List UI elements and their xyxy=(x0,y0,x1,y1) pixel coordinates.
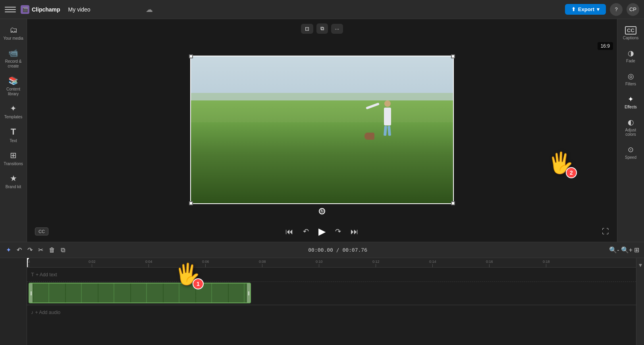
filters-label: Filters xyxy=(625,82,636,86)
speed-label: Speed xyxy=(625,155,636,160)
ruler-tick-008: 0:08 xyxy=(259,260,266,267)
sidebar-item-your-media[interactable]: 🗂 Your media xyxy=(2,22,25,44)
brand-kit-icon: ★ xyxy=(10,173,17,183)
export-icon: ⬆ xyxy=(571,6,576,12)
text-icon: T xyxy=(11,127,16,137)
sidebar-label-brand-kit: Brand kit xyxy=(6,185,21,189)
ruler-tick-006: 0:06 xyxy=(202,260,209,267)
logo-icon: 🎬 xyxy=(21,5,29,14)
sidebar-item-text[interactable]: T Text xyxy=(2,123,25,146)
redo-button[interactable]: ↷ xyxy=(26,245,34,255)
add-text-label: + Add text xyxy=(36,272,57,278)
captions-icon: CC xyxy=(625,26,636,35)
resize-handle-tl[interactable] xyxy=(189,54,193,58)
ruler-tick-004: 0:04 xyxy=(145,260,152,267)
play-button[interactable]: ▶ xyxy=(317,224,327,239)
clip-handle-right[interactable]: ‖ xyxy=(247,283,250,303)
app-name: Clipchamp xyxy=(32,6,60,13)
your-media-icon: 🗂 xyxy=(10,25,17,35)
ruler-tick-016: 0:16 xyxy=(486,260,493,267)
video-clip[interactable]: ‖ ‖ xyxy=(29,283,251,303)
timeline-left-gutter xyxy=(0,258,27,345)
clip-thumbnail xyxy=(33,283,247,303)
undo-button[interactable]: ↶ xyxy=(15,245,23,255)
video-placeholder xyxy=(191,56,453,203)
export-button[interactable]: ⬆ Export ▾ xyxy=(565,4,606,15)
video-title-input[interactable] xyxy=(65,5,141,14)
zoom-out-button[interactable]: 🔍- xyxy=(609,246,619,254)
pip-button[interactable]: ⧉ xyxy=(316,23,328,34)
add-text-track[interactable]: T + Add text xyxy=(27,268,644,282)
right-panel-filters[interactable]: ◎ Filters xyxy=(619,68,643,90)
filters-icon: ◎ xyxy=(628,72,634,81)
right-panel-speed[interactable]: ⊙ Speed xyxy=(619,141,643,164)
crop-button[interactable]: ⊡ xyxy=(301,24,313,34)
sidebar-label-your-media: Your media xyxy=(3,36,23,41)
preview-area: ⊡ ⧉ ··· 16:9 xyxy=(27,19,617,242)
right-panel-effects[interactable]: ✦ Effects xyxy=(619,91,643,113)
sidebar-label-record: Record &create xyxy=(5,59,22,69)
resize-handle-bl[interactable] xyxy=(189,201,193,205)
fwd-5s-button[interactable]: ↷ xyxy=(334,226,343,237)
help-button[interactable]: ? xyxy=(610,3,623,16)
scene-dog xyxy=(364,133,374,140)
hamburger-button[interactable] xyxy=(5,4,16,15)
ruler-tick-014: 0:14 xyxy=(429,260,436,267)
captions-button[interactable]: CC xyxy=(35,227,48,235)
delete-button[interactable]: 🗑 xyxy=(48,245,56,255)
right-panel-adjust-colors[interactable]: ◐ Adjustcolors xyxy=(619,114,643,141)
duplicate-button[interactable]: ⧉ xyxy=(60,245,66,255)
rotation-handle[interactable]: ↻ xyxy=(319,208,325,214)
sidebar-item-record[interactable]: 📹 Record &create xyxy=(2,45,25,72)
timeline-toolbar: ✦ ↶ ↷ ✂ 🗑 ⧉ 00:00.00 / 00:07.76 🔍- 🔍+ ⊞ xyxy=(0,242,644,258)
timeline-tracks: ▾ 0 0:02 0:04 0:06 0:08 0:10 0:12 0:14 0… xyxy=(27,258,644,345)
clip-handle-left[interactable]: ‖ xyxy=(29,283,33,303)
sidebar-item-templates[interactable]: ✦ Templates xyxy=(2,100,25,123)
video-track: ‖ ‖ xyxy=(27,282,644,305)
more-options-button[interactable]: ··· xyxy=(331,24,343,34)
right-panel-fade[interactable]: ◑ Fade xyxy=(619,45,643,67)
track-area: T + Add text ‖ ‖ ♪ + Add audio xyxy=(27,268,644,319)
playhead[interactable] xyxy=(27,258,28,267)
topbar-right: ⬆ Export ▾ ? CP xyxy=(565,3,639,16)
cut-button[interactable]: ✂ xyxy=(37,245,44,255)
collapse-panel-button[interactable]: ▾ xyxy=(636,258,644,345)
templates-icon: ✦ xyxy=(10,104,17,113)
cloud-sync-icon: ☁ xyxy=(146,5,153,14)
app-logo: 🎬 Clipchamp xyxy=(21,5,60,14)
video-frame[interactable]: ↻ xyxy=(190,56,454,204)
effects-label: Effects xyxy=(625,105,636,109)
back-5s-button[interactable]: ↶ xyxy=(301,226,310,237)
main-area: 🗂 Your media 📹 Record &create 📚 Contentl… xyxy=(0,19,644,242)
captions-label: Captions xyxy=(623,36,638,40)
rewind-to-start-button[interactable]: ⏮ xyxy=(284,226,295,238)
add-audio-track[interactable]: ♪ + Add audio xyxy=(27,305,644,319)
right-panel-captions[interactable]: CC Captions xyxy=(619,22,643,44)
sidebar-label-content-library: Contentlibrary xyxy=(6,87,20,96)
resize-handle-br[interactable] xyxy=(451,201,455,205)
sidebar-item-brand-kit[interactable]: ★ Brand kit xyxy=(2,170,25,193)
fade-label: Fade xyxy=(626,59,635,63)
ruler-tick-010: 0:10 xyxy=(316,260,323,267)
magic-tool-button[interactable]: ✦ xyxy=(5,245,12,255)
fullscreen-button[interactable]: ⛶ xyxy=(602,227,609,236)
sidebar-item-content-library[interactable]: 📚 Contentlibrary xyxy=(2,73,25,100)
adjust-colors-icon: ◐ xyxy=(628,118,634,127)
resize-handle-tr[interactable] xyxy=(451,54,455,58)
adjust-colors-label: Adjustcolors xyxy=(625,128,636,137)
zoom-in-button[interactable]: 🔍+ xyxy=(621,246,632,254)
sidebar-label-templates: Templates xyxy=(4,115,23,119)
playback-controls: CC ⏮ ↶ ▶ ↷ ⏭ ⛶ xyxy=(27,221,617,242)
left-sidebar: 🗂 Your media 📹 Record &create 📚 Contentl… xyxy=(0,19,27,242)
speed-icon: ⊙ xyxy=(628,145,634,154)
avatar-button[interactable]: CP xyxy=(627,3,639,16)
timeline-ruler: 0 0:02 0:04 0:06 0:08 0:10 0:12 0:14 0:1… xyxy=(27,258,644,268)
ruler-tick-002: 0:02 xyxy=(89,260,96,267)
ruler-tick-012: 0:12 xyxy=(372,260,380,267)
fit-timeline-button[interactable]: ⊞ xyxy=(634,246,639,254)
figure-body xyxy=(384,108,391,125)
timecode-display: 00:00.00 / 00:07.76 xyxy=(69,247,606,253)
export-chevron-icon: ▾ xyxy=(597,6,600,12)
skip-to-end-button[interactable]: ⏭ xyxy=(349,226,360,238)
sidebar-item-transitions[interactable]: ⊞ Transitions xyxy=(2,147,25,170)
